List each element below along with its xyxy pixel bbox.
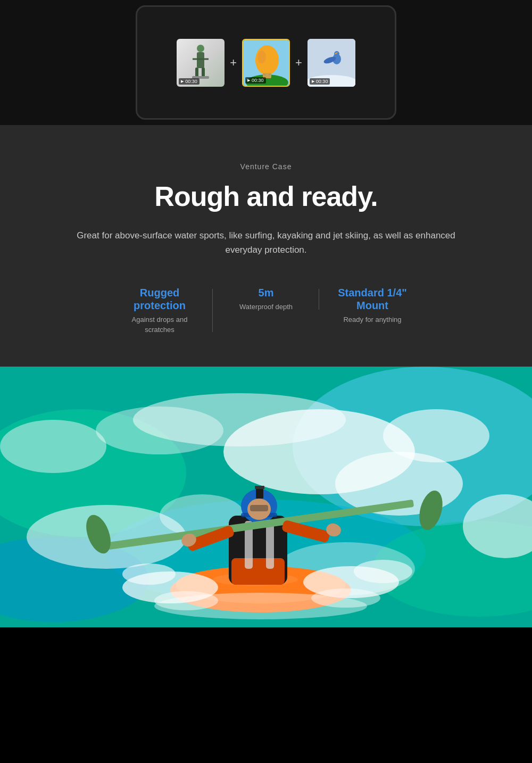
hero-title: Rough and ready.: [21, 180, 511, 212]
svg-rect-3: [202, 68, 205, 77]
kayak-section: [0, 367, 532, 627]
svg-rect-47: [255, 486, 264, 489]
clip-duration-1: 00:30: [179, 78, 200, 85]
feature-rugged-protection: Rugged protection Against drops and scra…: [106, 286, 213, 334]
svg-point-59: [354, 560, 412, 583]
svg-point-16: [334, 51, 339, 56]
top-section: 00:30 +: [0, 0, 532, 125]
svg-rect-39: [231, 558, 285, 585]
feature-waterproof: 5m Waterproof depth: [213, 286, 319, 312]
clip-duration-3: 00:30: [310, 78, 330, 85]
feature-value-waterproof: 5m: [229, 286, 303, 299]
svg-point-27: [383, 409, 489, 462]
svg-rect-46: [256, 488, 263, 499]
svg-point-61: [311, 588, 380, 608]
svg-rect-1: [197, 52, 204, 68]
svg-point-0: [197, 45, 204, 52]
plus-icon-2: +: [295, 56, 302, 70]
svg-rect-2: [195, 68, 198, 77]
product-label: Venture Case: [21, 162, 511, 171]
feature-value-mount: Standard 1/4" Mount: [335, 286, 410, 312]
clip-thumb-2[interactable]: 00:30: [242, 39, 290, 87]
feature-value-rugged: Rugged protection: [122, 286, 197, 312]
svg-point-34: [96, 407, 223, 454]
svg-rect-41: [266, 521, 274, 569]
feature-mount: Standard 1/4" Mount Ready for anything: [319, 286, 426, 325]
water-svg: [0, 367, 532, 627]
hero-description: Great for above-surface water sports, li…: [74, 228, 458, 257]
feature-desc-rugged: Against drops and scratches: [122, 315, 197, 334]
clip-duration-2: 00:30: [245, 77, 266, 84]
svg-point-30: [0, 420, 106, 473]
plus-icon-1: +: [230, 56, 237, 70]
svg-point-58: [122, 563, 176, 585]
kayak-scene: [0, 367, 532, 627]
svg-point-60: [154, 591, 218, 610]
feature-desc-mount: Ready for anything: [335, 315, 410, 325]
clips-row: 00:30 +: [168, 39, 364, 87]
clip-thumb-3[interactable]: 00:30: [307, 39, 355, 87]
features-row: Rugged protection Against drops and scra…: [21, 286, 511, 334]
svg-point-9: [257, 51, 266, 63]
clip-thumb-1[interactable]: 00:30: [177, 39, 225, 87]
info-section: Venture Case Rough and ready. Great for …: [0, 125, 532, 367]
bottom-section: [0, 627, 532, 670]
feature-desc-waterproof: Waterproof depth: [229, 302, 303, 312]
svg-rect-45: [250, 505, 268, 511]
phone-frame: 00:30 +: [136, 5, 396, 120]
